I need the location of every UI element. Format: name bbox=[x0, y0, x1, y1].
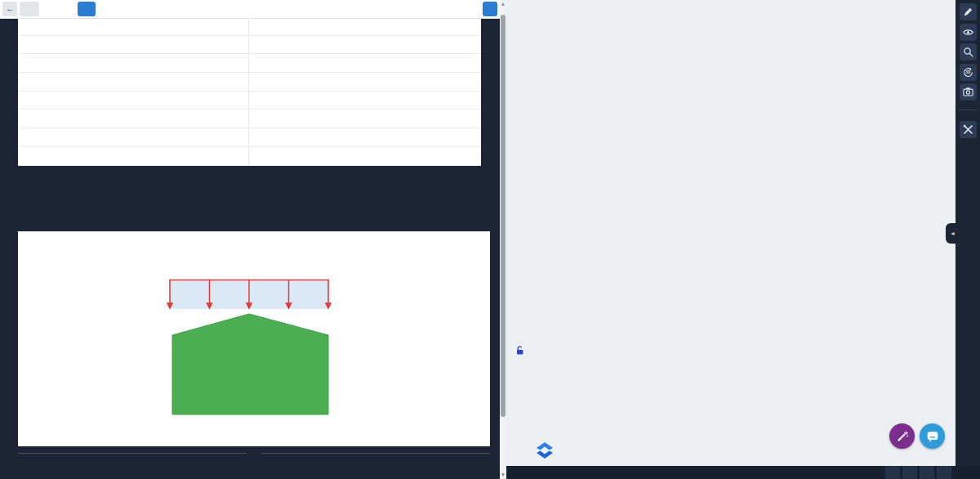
visibility-button[interactable] bbox=[960, 24, 977, 41]
chevron-left-icon: ◄ bbox=[950, 231, 956, 236]
row-value bbox=[249, 73, 481, 91]
eye-icon bbox=[962, 26, 974, 38]
left-panel-header: ← bbox=[0, 0, 500, 19]
edit-button[interactable] bbox=[960, 3, 977, 20]
row-value bbox=[249, 36, 481, 54]
camera-icon bbox=[962, 86, 974, 98]
panel-collapse-tab[interactable]: ◄ bbox=[946, 223, 960, 244]
3d-viewport[interactable] bbox=[506, 0, 956, 467]
unbalanced-snow-diagram bbox=[18, 231, 490, 446]
chat-bubble-icon bbox=[925, 429, 940, 444]
table-row bbox=[18, 92, 481, 110]
magic-wand-button[interactable] bbox=[889, 423, 915, 449]
row-value bbox=[249, 147, 481, 165]
row-value bbox=[249, 128, 481, 146]
table-row bbox=[18, 36, 481, 55]
row-label bbox=[18, 17, 249, 35]
tools-button[interactable] bbox=[960, 121, 977, 138]
3d-renderer-panel: 3D ◄ bbox=[506, 0, 980, 479]
magic-wand-icon bbox=[895, 429, 910, 444]
toolbar-divider bbox=[959, 110, 977, 110]
status-units[interactable] bbox=[902, 466, 917, 479]
row-label bbox=[18, 36, 249, 54]
screenshot-button[interactable] bbox=[960, 83, 977, 101]
row-label bbox=[18, 92, 249, 110]
table-row bbox=[18, 147, 481, 166]
table-row bbox=[18, 54, 481, 73]
back-arrow-button[interactable]: ← bbox=[2, 2, 17, 16]
diagram-caption bbox=[18, 453, 490, 454]
rotate-3d-button[interactable]: 3D bbox=[960, 64, 977, 81]
skyciv-logo-icon bbox=[533, 439, 556, 462]
row-value bbox=[249, 17, 481, 35]
scroll-down-icon[interactable] bbox=[501, 473, 505, 477]
row-value bbox=[249, 92, 481, 110]
pencil-icon bbox=[962, 6, 974, 18]
search-icon bbox=[962, 46, 974, 58]
back-to-s3d-button[interactable] bbox=[20, 2, 39, 16]
unlock-icon[interactable] bbox=[515, 344, 525, 359]
snow-load-table bbox=[18, 16, 481, 166]
table-row bbox=[18, 17, 481, 36]
scrollbar-thumb[interactable] bbox=[501, 15, 506, 417]
status-bar bbox=[506, 466, 980, 479]
svg-text:3D: 3D bbox=[965, 70, 971, 74]
tools-icon bbox=[962, 123, 974, 136]
back-arrow-icon: ← bbox=[6, 4, 14, 13]
status-filename[interactable] bbox=[937, 466, 951, 479]
assign-loads-button[interactable] bbox=[483, 2, 497, 16]
row-label bbox=[18, 147, 249, 165]
status-renderer[interactable] bbox=[885, 466, 900, 479]
skyciv-logo bbox=[533, 439, 560, 462]
left-panel-scrollbar[interactable] bbox=[500, 0, 506, 479]
tab-input[interactable] bbox=[78, 2, 96, 16]
snow-load-panel: ← bbox=[0, 0, 500, 479]
row-value bbox=[249, 54, 481, 72]
table-row bbox=[18, 128, 481, 147]
row-value bbox=[249, 110, 481, 128]
status-autosave[interactable] bbox=[920, 466, 934, 479]
chat-button[interactable] bbox=[920, 423, 945, 449]
row-label bbox=[18, 110, 249, 128]
rotate-3d-icon: 3D bbox=[962, 66, 974, 78]
row-label bbox=[18, 128, 249, 146]
row-label bbox=[18, 54, 249, 72]
search-button[interactable] bbox=[960, 43, 977, 60]
scroll-up-icon[interactable] bbox=[501, 2, 505, 6]
table-row-sloped-roof bbox=[18, 110, 481, 128]
table-row bbox=[18, 73, 481, 92]
row-label bbox=[18, 73, 249, 91]
house-shape bbox=[172, 314, 328, 414]
